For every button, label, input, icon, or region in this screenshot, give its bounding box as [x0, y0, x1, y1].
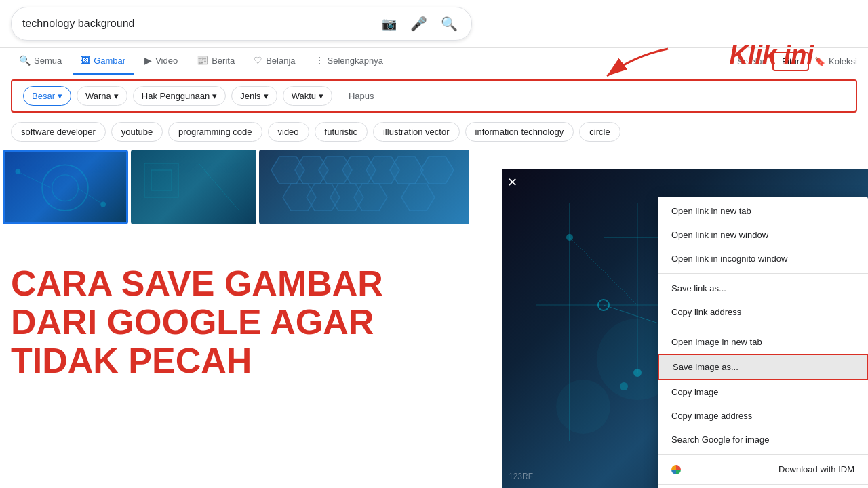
chip-circle[interactable]: circle [579, 122, 620, 142]
context-open-new-tab-label: Open link in new tab [671, 206, 751, 216]
watermark: 123RF [509, 472, 533, 481]
chevron-down-icon: ▾ [114, 91, 119, 101]
context-separator-4 [658, 484, 868, 485]
big-text-overlay: CARA SAVE GAMBAR DARI GOOGLE AGAR TIDAK … [11, 264, 383, 381]
close-preview-button[interactable]: ✕ [507, 175, 517, 190]
search-input[interactable] [22, 18, 371, 30]
context-save-image-as[interactable]: Save image as... [658, 354, 868, 380]
filter-warna[interactable]: Warna ▾ [77, 86, 127, 106]
search-input-wrapper: 📷 🎤 🔍 [11, 7, 472, 41]
context-separator-1 [658, 273, 868, 274]
chevron-down-icon: ▾ [319, 91, 323, 101]
tab-berita-label: Berita [212, 56, 235, 66]
svg-marker-15 [390, 157, 423, 184]
image-result-3[interactable] [259, 150, 469, 224]
circuit-svg-2 [131, 150, 256, 224]
bookmark-icon: 🔖 [814, 56, 825, 66]
image-icon: 🖼 [81, 55, 90, 66]
arrow-annotation [593, 42, 675, 83]
filter-bar: Besar ▾ Warna ▾ Hak Penggunaan ▾ Jenis ▾… [11, 79, 857, 113]
filter-jenis-label: Jenis [240, 91, 260, 101]
chip-software-developer[interactable]: software developer [11, 122, 106, 142]
svg-line-3 [18, 171, 50, 188]
annotation-arrow-container [593, 42, 675, 85]
big-text-line1: CARA SAVE GAMBAR [11, 264, 383, 303]
filter-hak-penggunaan[interactable]: Hak Penggunaan ▾ [133, 86, 226, 106]
svg-marker-21 [401, 184, 435, 211]
context-save-link-label: Save link as... [671, 283, 726, 293]
circuit-svg-1 [5, 152, 126, 224]
tab-selengkapnya-label: Selengkapnya [328, 56, 383, 66]
context-download-idm[interactable]: Download with IDM [658, 458, 868, 481]
tab-video-label: Video [155, 56, 178, 66]
tab-video[interactable]: ▶ Video [136, 48, 186, 75]
chevron-down-icon: ▾ [264, 91, 269, 101]
tab-gambar[interactable]: 🖼 Gambar [73, 48, 134, 75]
context-download-idm-label: Download with IDM [778, 464, 854, 474]
svg-point-1 [42, 165, 88, 211]
tab-semua[interactable]: 🔍 Semua [11, 48, 70, 75]
context-copy-image[interactable]: Copy image [658, 380, 868, 404]
context-search-google-label: Search Google for image [671, 434, 770, 445]
context-menu: Open link in new tab Open link in new wi… [658, 197, 868, 488]
chip-video[interactable]: video [268, 122, 309, 142]
tab-semua-label: Semua [34, 56, 62, 66]
image-result-1[interactable] [3, 150, 128, 224]
big-text-line2: DARI GOOGLE AGAR [11, 303, 383, 342]
koleksi-link[interactable]: 🔖 Koleksi [814, 56, 857, 66]
context-search-google-image[interactable]: Search Google for image [658, 428, 868, 451]
filter-warna-label: Warna [85, 91, 111, 101]
filter-hak-label: Hak Penggunaan [142, 91, 210, 101]
chip-illustration-vector[interactable]: illustration vector [373, 122, 460, 142]
klik-ini-annotation: Klik ini [729, 41, 814, 70]
chip-programming-code[interactable]: programming code [168, 122, 262, 142]
context-save-image-label: Save image as... [673, 362, 738, 372]
context-open-image-tab[interactable]: Open image in new tab [658, 330, 868, 354]
related-searches: software developer youtube programming c… [0, 117, 868, 147]
chip-information-technology[interactable]: information technology [465, 122, 574, 142]
context-incognito[interactable]: Open link in incognito window [658, 247, 868, 270]
context-open-new-window-label: Open link in new window [671, 230, 768, 240]
filter-besar-label: Besar [32, 91, 55, 101]
context-save-link-as[interactable]: Save link as... [658, 277, 868, 300]
context-open-new-tab[interactable]: Open link in new tab [658, 199, 868, 223]
more-icon: ⋮ [315, 55, 324, 66]
filter-waktu[interactable]: Waktu ▾ [283, 86, 332, 106]
voice-search-button[interactable]: 🎤 [408, 13, 430, 35]
svg-line-34 [570, 237, 637, 305]
context-separator-3 [658, 454, 868, 455]
news-icon: 📰 [197, 55, 208, 66]
chip-youtube[interactable]: youtube [111, 122, 163, 142]
svg-point-2 [52, 175, 79, 201]
tab-berita[interactable]: 📰 Berita [189, 48, 243, 75]
context-open-new-window[interactable]: Open link in new window [658, 223, 868, 247]
idm-icon [671, 465, 681, 474]
filter-besar[interactable]: Besar ▾ [23, 86, 71, 106]
context-copy-image-addr-label: Copy image address [671, 411, 752, 421]
shopping-icon: ♡ [254, 55, 262, 66]
filter-clear[interactable]: Hapus [340, 87, 382, 105]
chevron-down-icon: ▾ [58, 91, 62, 101]
tab-selengkapnya[interactable]: ⋮ Selengkapnya [307, 48, 391, 75]
video-icon: ▶ [144, 55, 152, 66]
tab-gambar-label: Gambar [94, 56, 125, 66]
circuit-svg-3 [259, 150, 469, 224]
filter-waktu-label: Waktu [292, 91, 316, 101]
context-separator-2 [658, 327, 868, 327]
camera-search-button[interactable]: 📷 [379, 14, 399, 34]
context-copy-link-label: Copy link address [671, 307, 741, 317]
filter-jenis[interactable]: Jenis ▾ [231, 86, 277, 106]
big-text-line3: TIDAK PECAH [11, 342, 383, 380]
context-incognito-label: Open link in incognito window [671, 253, 787, 264]
svg-marker-19 [354, 184, 387, 211]
left-images [0, 150, 495, 224]
context-copy-image-address[interactable]: Copy image address [658, 404, 868, 428]
image-result-2[interactable] [131, 150, 256, 224]
search-button[interactable]: 🔍 [438, 13, 460, 35]
chip-futuristic[interactable]: futuristic [315, 122, 368, 142]
svg-point-32 [556, 380, 610, 434]
tab-belanja[interactable]: ♡ Belanja [245, 48, 303, 75]
chevron-down-icon: ▾ [212, 91, 217, 101]
tab-belanja-label: Belanja [266, 56, 295, 66]
context-copy-link[interactable]: Copy link address [658, 300, 868, 324]
